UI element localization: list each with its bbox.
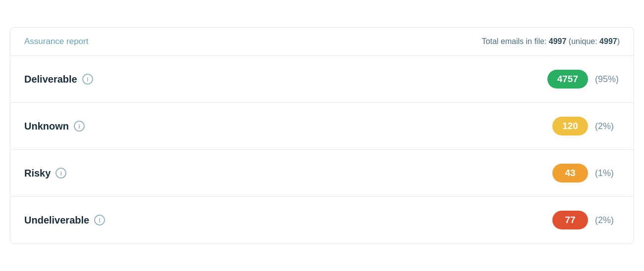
percentage-risky: (1%) bbox=[595, 168, 620, 179]
report-container: Assurance report Total emails in file: 4… bbox=[10, 27, 634, 244]
percentage-deliverable: (95%) bbox=[595, 74, 620, 85]
count-badge-risky: 43 bbox=[552, 164, 588, 182]
row-deliverable: Deliverable i 4757 (95%) bbox=[10, 56, 634, 103]
count-badge-unknown: 120 bbox=[552, 117, 588, 136]
info-icon-deliverable[interactable]: i bbox=[82, 74, 93, 85]
row-right-unknown: 120 (2%) bbox=[552, 117, 620, 136]
row-left-undeliverable: Undeliverable i bbox=[24, 215, 105, 226]
unique-label: unique: bbox=[571, 37, 597, 45]
row-right-risky: 43 (1%) bbox=[552, 164, 620, 182]
row-undeliverable: Undeliverable i 77 (2%) bbox=[10, 197, 634, 243]
row-risky: Risky i 43 (1%) bbox=[10, 150, 634, 197]
row-label-unknown: Unknown bbox=[24, 121, 69, 132]
unique-count: 4997 bbox=[599, 37, 617, 45]
row-left-unknown: Unknown i bbox=[24, 121, 85, 132]
percentage-unknown: (2%) bbox=[595, 121, 620, 132]
row-label-deliverable: Deliverable bbox=[24, 74, 77, 85]
percentage-undeliverable: (2%) bbox=[595, 215, 620, 226]
row-left-risky: Risky i bbox=[24, 168, 66, 179]
total-label: Total emails in file: bbox=[482, 37, 547, 45]
row-right-deliverable: 4757 (95%) bbox=[547, 70, 620, 89]
count-badge-deliverable: 4757 bbox=[547, 70, 588, 89]
report-title: Assurance report bbox=[24, 37, 88, 46]
info-icon-risky[interactable]: i bbox=[55, 168, 66, 179]
info-icon-unknown[interactable]: i bbox=[74, 121, 85, 132]
count-badge-undeliverable: 77 bbox=[552, 211, 588, 229]
total-count: 4997 bbox=[549, 37, 567, 45]
row-left-deliverable: Deliverable i bbox=[24, 74, 93, 85]
report-header: Assurance report Total emails in file: 4… bbox=[10, 28, 634, 56]
row-right-undeliverable: 77 (2%) bbox=[552, 211, 620, 229]
info-icon-undeliverable[interactable]: i bbox=[94, 215, 105, 226]
row-unknown: Unknown i 120 (2%) bbox=[10, 103, 634, 150]
total-emails-summary: Total emails in file: 4997 (unique: 4997… bbox=[482, 37, 620, 46]
row-label-risky: Risky bbox=[24, 168, 51, 179]
row-label-undeliverable: Undeliverable bbox=[24, 215, 89, 226]
rows-container: Deliverable i 4757 (95%) Unknown i 120 (… bbox=[10, 56, 634, 243]
